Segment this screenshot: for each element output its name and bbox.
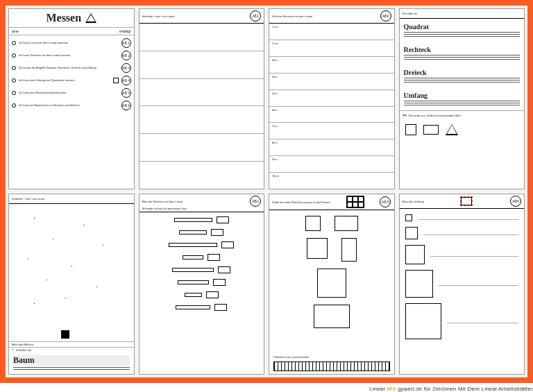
writing-lines [404,31,521,37]
worksheet-grid: Messen ame erledigt Ich kann Linien mit … [6,6,527,377]
caption-gold: â€¢ [387,386,398,392]
length-row: 9cm [269,156,394,173]
name-row: ame erledigt [9,28,134,35]
length-row: 3cm [269,57,394,74]
square-row [405,303,519,339]
sheet-head: Zeichne Strecken mit dem Lineal AB2 [269,9,394,24]
ab-badge: AB 5 [380,196,391,207]
task-text: Ich kann Linien mit dem Lineal zeichnen [19,42,119,44]
length-row: 8cm [269,139,394,156]
sub-instruction-row: ✎ Schreibe auf [9,347,134,352]
worksheet-title: Messen [46,10,81,26]
outline-box [314,305,350,328]
length-row: 7cm [269,123,394,139]
measure-item [146,304,257,311]
word-label: Umfang [404,92,521,99]
measure-item [146,291,257,298]
sheet-head: Miss die Strecken mit dem Lineal AB2 Sch… [139,194,264,212]
ab-badge: AB 3 [121,63,131,73]
measure-column [139,212,264,374]
sheet-instruction: Zähle wie viele Plättchen passen in die … [272,201,330,204]
checkbox-circle[interactable] [12,41,16,45]
worksheet-5: Verbinde • und • mit Lineal Male das Bil… [8,194,135,375]
grid-6-icon [346,196,364,208]
ab-badge: AB 2 [121,51,131,60]
square-row [405,270,519,298]
scissors-icon: ✂ [403,112,407,119]
sheet-instruction: Zeichne Strecken mit dem Lineal [272,15,312,18]
sheet-instruction: Verbinde • und • mit Lineal [142,15,175,18]
filled-square-icon [61,330,69,339]
sheet-head: Verbinde • und • mit Lineal [9,194,134,204]
length-rows: 1 cm 2 cm 3cm 4cm 5cm 6cm 7cm 8cm 9cm 10… [269,24,394,189]
outline-box [305,216,321,231]
task-text: Ich kann den Flächeninhalt bestimmen [19,92,119,94]
dot-rows [139,24,264,189]
writing-lines [404,76,521,83]
word-label: Dreieck [404,69,521,76]
ab-badge: AB4 [510,196,521,207]
word-label: Quadrat [404,23,521,31]
ab-badge: AB 1 [121,38,131,48]
task-row: Ich kann Linien mit dem Lineal zeichnen … [12,38,131,48]
word-block: Rechteck [404,46,521,60]
checkbox-circle[interactable] [12,91,16,95]
outline-box [307,238,328,259]
word-label: Baum [13,355,130,366]
name-label: ame [12,29,19,33]
square-row [405,227,519,239]
sheet-head: Verbinde • und • mit Lineal AB1 [139,9,264,24]
task-row: Ich kann den Flächeninhalt bestimmen AB … [12,88,131,98]
baum-block: Baum [9,352,134,374]
ab-badge: AB 4 [121,76,131,85]
measure-item [146,216,257,223]
footer-label: Plättchen zum ausschneiden [269,355,394,359]
dot-row [139,134,264,162]
word-label: Rechteck [404,46,521,53]
ab-badge: AB2 [250,196,261,207]
square-icon [405,124,416,135]
task-text: Ich kann ein Experiment zu Strecken durc… [19,104,119,107]
caption-part-1: Lineal [369,386,387,392]
task-row: Ich kann Strecken mit dem Lineal messen … [12,51,131,60]
worksheet-7: Zähle wie viele Plättchen passen in die … [269,194,395,375]
length-row: 4cm [269,74,394,90]
checkbox-circle[interactable] [12,103,16,108]
measure-item [146,254,257,261]
worksheet-6: Miss die Strecken mit dem Lineal AB2 Sch… [139,194,265,375]
writing-lines [13,366,130,371]
checkbox-circle[interactable] [12,53,16,58]
sub-instruction: Male das Bild aus [9,341,134,347]
checkbox-circle[interactable] [12,66,16,70]
ab-badge: AB1 [250,10,261,22]
measure-item [146,229,257,236]
square-row [405,245,519,264]
sheet-head: Miss den Umfang AB4 [400,194,525,209]
perimeter-icon [461,197,472,205]
dot-row [139,79,264,107]
image-caption: Lineal â€¢ gpaed.de für Zeichnen Mit Dem… [369,386,533,392]
word-block: Quadrat [404,23,521,37]
rectangle-icon [423,125,439,135]
length-row: 5cm [269,90,394,107]
shape-row [400,120,525,139]
checkbox-circle[interactable] [12,78,16,83]
length-row: 10cm [269,173,394,189]
dot-row [139,24,264,51]
task-text: Ich kann den Umfang von Quadraten messen [19,79,110,82]
sheet-instruction: Verbinde • und • mit Lineal [12,197,44,201]
writing-lines [404,99,521,106]
cut-instruction: Schneide aus. Klebe zum passenden Wort [409,114,462,117]
dot-row [139,162,264,189]
writing-lines [404,53,521,60]
sheet-instruction-wrap: Miss den Umfang [403,200,424,203]
dot-row [139,106,264,134]
sheet-head: Schreibe ab [400,9,525,19]
word-block: Umfang [404,92,521,106]
triangle-icon [85,13,96,23]
task-text: Ich kann Strecken mit dem Lineal messen [19,54,119,57]
worksheet-3: Zeichne Strecken mit dem Lineal AB2 1 cm… [269,8,395,189]
length-row: 1 cm [269,24,394,40]
cut-instruction-row: ✂ Schneide aus. Klebe zum passenden Wort [400,110,525,120]
pencil-icon: ✎ [12,348,14,352]
